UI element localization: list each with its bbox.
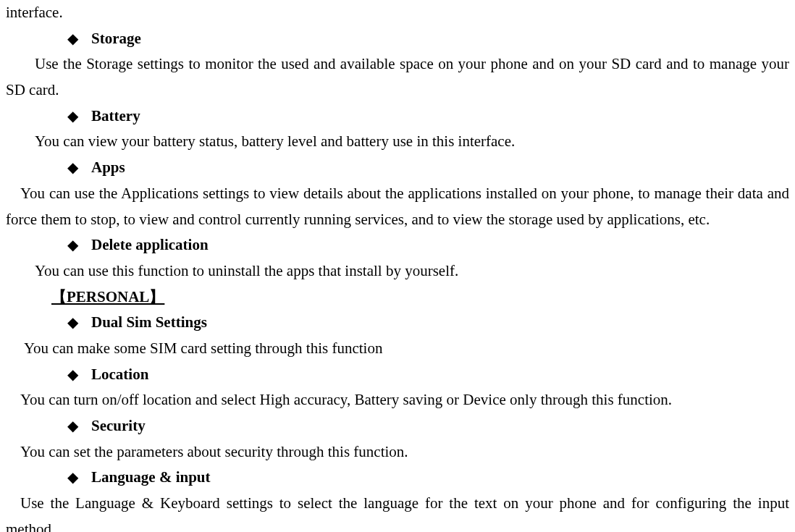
storage-desc: Use the Storage settings to monitor the …	[6, 51, 789, 103]
bullet-item-security: ◆ Security	[6, 413, 789, 439]
diamond-bullet-icon: ◆	[67, 155, 78, 180]
bullet-label: Security	[91, 413, 146, 439]
document-page: interface. ◆ Storage Use the Storage set…	[6, 0, 789, 532]
lang-input-desc: Use the Language & Keyboard settings to …	[6, 491, 789, 532]
bullet-label: Storage	[91, 26, 141, 52]
bullet-item-delete-app: ◆ Delete application	[6, 232, 789, 258]
diamond-bullet-icon: ◆	[67, 465, 78, 489]
diamond-bullet-icon: ◆	[67, 26, 78, 51]
bullet-item-location: ◆ Location	[6, 362, 789, 388]
bullet-label: Dual Sim Settings	[91, 310, 207, 336]
bullet-label: Delete application	[91, 232, 209, 258]
bullet-item-storage: ◆ Storage	[6, 26, 789, 52]
diamond-bullet-icon: ◆	[67, 413, 78, 438]
battery-desc: You can view your battery status, batter…	[6, 129, 789, 155]
bullet-label: Battery	[91, 104, 140, 130]
bullet-label: Language & input	[91, 465, 211, 491]
bullet-item-lang-input: ◆ Language & input	[6, 465, 789, 491]
bullet-item-apps: ◆ Apps	[6, 155, 789, 181]
section-header-personal: 【PERSONAL】	[6, 284, 789, 311]
security-desc: You can set the parameters about securit…	[6, 439, 789, 465]
bullet-item-battery: ◆ Battery	[6, 104, 789, 130]
bullet-label: Apps	[91, 155, 125, 181]
delete-app-desc: You can use this function to uninstall t…	[6, 258, 789, 284]
bullet-label: Location	[91, 362, 148, 388]
diamond-bullet-icon: ◆	[67, 232, 78, 257]
diamond-bullet-icon: ◆	[67, 104, 78, 128]
apps-desc: You can use the Applications settings to…	[6, 181, 789, 232]
diamond-bullet-icon: ◆	[67, 362, 78, 387]
bullet-item-dual-sim: ◆ Dual Sim Settings	[6, 310, 789, 336]
top-fragment: interface.	[6, 0, 789, 26]
dual-sim-desc: You can make some SIM card setting throu…	[6, 336, 789, 362]
location-desc: You can turn on/off location and select …	[6, 387, 789, 413]
diamond-bullet-icon: ◆	[67, 310, 78, 334]
